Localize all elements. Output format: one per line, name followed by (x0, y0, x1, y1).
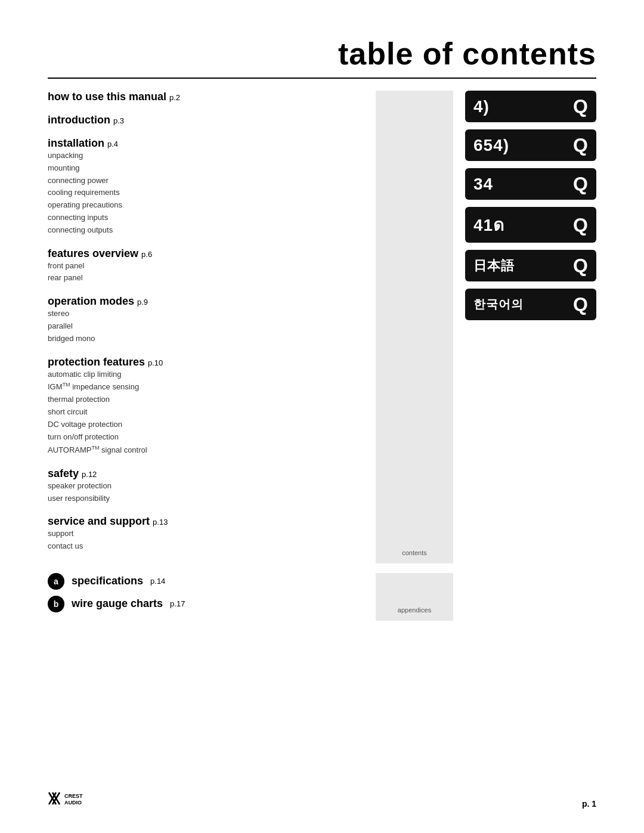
svg-text:AUDIO: AUDIO (64, 800, 82, 806)
appendix-title-wire-gauge: wire gauge charts (72, 597, 163, 610)
section-title: service and support (48, 515, 153, 527)
lang-text: 日本語 (473, 257, 515, 275)
section-features-overview: features overview p.6 front panel rear p… (48, 247, 364, 285)
section-item: connecting inputs (48, 212, 364, 224)
section-item: unpacking (48, 150, 364, 162)
section-item: speaker protection (48, 480, 364, 493)
section-safety: safety p.12 speaker protection user resp… (48, 467, 364, 505)
section-item: turn on/off protection (48, 431, 364, 444)
section-item: parallel (48, 320, 364, 333)
section-item: user responsibility (48, 493, 364, 505)
section-page: p.9 (137, 298, 148, 306)
lang-q: Q (573, 255, 588, 277)
center-gray-box: contents (376, 91, 453, 563)
section-service-support: service and support p.13 support contact… (48, 515, 364, 553)
section-installation: installation p.4 unpacking mounting conn… (48, 137, 364, 237)
title-area: table of contents (48, 36, 596, 79)
section-item: thermal protection (48, 394, 364, 406)
contents-label: contents (402, 549, 427, 556)
section-page: p.17 (170, 599, 185, 608)
section-item: bridged mono (48, 333, 364, 345)
lang-text: 41ด (473, 212, 504, 238)
section-item: IGMTM impedance sensing (48, 380, 364, 394)
lang-button-symbol[interactable]: 4) Q (465, 91, 596, 122)
section-item: mounting (48, 162, 364, 175)
section-protection-features: protection features p.10 automatic clip … (48, 356, 364, 457)
lang-button-410[interactable]: 41ด Q (465, 207, 596, 243)
section-item: rear panel (48, 272, 364, 284)
section-header: installation p.4 (48, 137, 364, 150)
appendix-circle-a: a (48, 573, 64, 590)
section-header: how to use this manual p.2 (48, 91, 364, 103)
appendices-right-spacer (465, 573, 596, 621)
lang-button-japanese[interactable]: 日本語 Q (465, 250, 596, 281)
section-page: p.3 (113, 116, 124, 125)
section-item: connecting outputs (48, 224, 364, 237)
toc-sections: how to use this manual p.2 introduction … (48, 91, 364, 563)
full-layout: how to use this manual p.2 introduction … (48, 91, 596, 563)
section-item: AUTORAMPTM signal control (48, 444, 364, 457)
section-item: cooling requirements (48, 187, 364, 199)
crest-audio-logo: CREST AUDIO (48, 788, 98, 809)
page-number: p. 1 (582, 799, 596, 809)
bottom-section: a specifications p.14 b wire gauge chart… (48, 573, 596, 621)
section-item: automatic clip limiting (48, 368, 364, 381)
section-header: protection features p.10 (48, 356, 364, 368)
section-title: installation (48, 137, 107, 149)
lang-text: 34 (473, 175, 493, 194)
section-item: DC voltage protection (48, 419, 364, 431)
lang-q: Q (573, 293, 588, 315)
logo-area: CREST AUDIO (48, 788, 98, 809)
appendices-label: appendices (398, 606, 431, 614)
section-item: connecting power (48, 175, 364, 187)
section-how-to-use: how to use this manual p.2 (48, 91, 364, 103)
lang-q: Q (573, 95, 588, 117)
lang-text: 한국어의 (473, 296, 524, 312)
section-introduction: introduction p.3 (48, 114, 364, 126)
lang-button-34[interactable]: 34 Q (465, 168, 596, 200)
appendix-title-specifications: specifications (72, 575, 143, 587)
appendices-section: a specifications p.14 b wire gauge chart… (48, 573, 364, 621)
lang-buttons-column: 4) Q 654) Q 34 Q 41ด Q 日本語 Q 한국어의 Q (465, 91, 596, 563)
section-page: p.12 (82, 470, 97, 479)
lang-text: 4) (473, 97, 490, 116)
section-page: p.13 (153, 518, 168, 527)
lang-q: Q (573, 173, 588, 195)
appendix-item-b: b wire gauge charts p.17 (48, 596, 364, 612)
page-number-area: p. 1 (582, 798, 596, 809)
appendices-gray-box: appendices (376, 573, 453, 621)
section-header: features overview p.6 (48, 247, 364, 260)
section-page: p.14 (150, 577, 165, 586)
lang-q: Q (573, 134, 588, 156)
section-header: safety p.12 (48, 467, 364, 480)
section-item: stereo (48, 308, 364, 320)
lang-q: Q (573, 214, 588, 236)
section-item: short circuit (48, 406, 364, 419)
section-page: p.6 (141, 250, 152, 259)
section-header: operation modes p.9 (48, 295, 364, 308)
svg-text:CREST: CREST (64, 793, 83, 799)
lang-button-korean[interactable]: 한국어의 Q (465, 289, 596, 320)
section-title: safety (48, 467, 82, 479)
section-title: protection features (48, 356, 148, 368)
section-item: support (48, 528, 364, 540)
page-title: table of contents (338, 36, 596, 71)
section-header: introduction p.3 (48, 114, 364, 126)
section-item: operating precautions (48, 199, 364, 212)
appendix-circle-b: b (48, 596, 64, 612)
section-header: service and support p.13 (48, 515, 364, 528)
lang-button-654[interactable]: 654) Q (465, 129, 596, 161)
appendix-item-a: a specifications p.14 (48, 573, 364, 590)
section-item: contact us (48, 540, 364, 553)
section-page: p.10 (148, 358, 163, 367)
section-operation-modes: operation modes p.9 stereo parallel brid… (48, 295, 364, 345)
section-page: p.4 (107, 140, 118, 148)
section-title: features overview (48, 247, 141, 259)
page-container: table of contents how to use this manual… (0, 0, 644, 833)
footer-area: CREST AUDIO p. 1 (48, 788, 596, 809)
section-item: front panel (48, 260, 364, 272)
section-page: p.2 (169, 93, 180, 102)
lang-text: 654) (473, 136, 509, 155)
section-title: introduction (48, 114, 113, 126)
section-title: how to use this manual (48, 91, 169, 103)
